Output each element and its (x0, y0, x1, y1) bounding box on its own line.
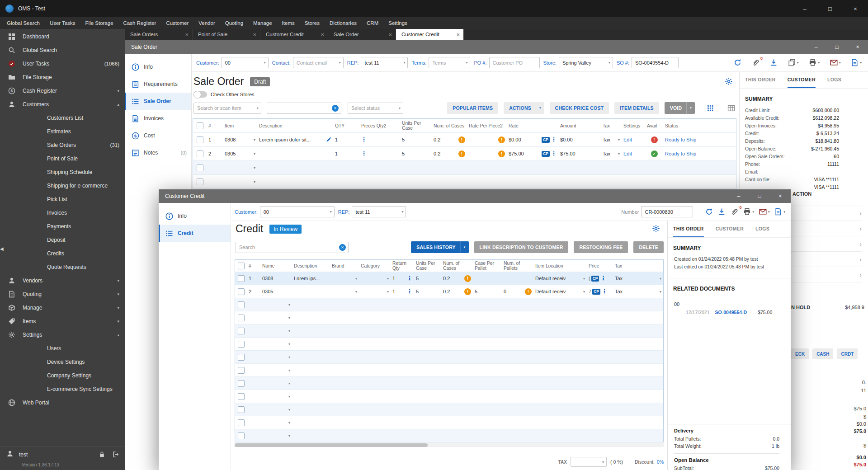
field-customer-select[interactable]: 00▾ (222, 57, 269, 68)
sidebar-item-company-settings[interactable]: Company Settings (0, 369, 125, 382)
chevron-down-icon[interactable]: ▾ (686, 102, 695, 114)
sidebar-item-quote-requests[interactable]: Quote Requests (0, 260, 125, 274)
so-close-button[interactable]: × (847, 40, 868, 54)
button-actions[interactable]: ACTIONS▾ (504, 102, 544, 114)
attach-icon[interactable]: 0 (731, 208, 738, 216)
horizontal-scrollbar[interactable] (235, 443, 664, 447)
lock-icon[interactable] (99, 451, 105, 458)
action-row[interactable]: › (791, 221, 862, 236)
row-checkbox[interactable] (197, 164, 203, 171)
nav-item-info[interactable]: Info (125, 58, 191, 75)
credit-search-input[interactable] (236, 242, 349, 253)
name-select-cell[interactable]: ▾ (260, 434, 292, 438)
row-checkbox[interactable] (238, 328, 245, 334)
row-checkbox[interactable] (238, 419, 245, 426)
menu-item-user-tasks[interactable]: User Tasks (45, 17, 80, 29)
item-search-type-select[interactable]: Search or scan item▾ (193, 103, 261, 114)
search-input[interactable] (267, 103, 341, 114)
row-checkbox[interactable] (238, 393, 245, 400)
pay-button-crdt[interactable]: CRDT (837, 348, 858, 359)
sidebar-item-pick-list[interactable]: Pick List (0, 193, 125, 206)
sidebar-item-estimates[interactable]: Estimates (0, 125, 125, 138)
brand-select-cell[interactable]: ▾ (330, 277, 359, 281)
sidebar-item-payments[interactable]: Payments (0, 220, 125, 233)
field-rep-select[interactable]: test 11▾ (361, 57, 408, 68)
sidebar-item-cash-register[interactable]: $Cash Register▾ (0, 84, 125, 98)
table-columns-icon[interactable] (726, 103, 736, 113)
so-minimize-button[interactable]: – (806, 40, 826, 54)
sidebar-item-shipping-for-e-commerce[interactable]: Shipping for e-commerce (0, 179, 125, 193)
download-icon[interactable] (770, 59, 778, 66)
cc-close-button[interactable]: × (770, 189, 791, 203)
button-restocking-fee[interactable]: RESTOCKING FEE (574, 241, 628, 253)
action-row[interactable]: › (791, 206, 862, 221)
name-select-cell[interactable]: ▾ (260, 303, 292, 307)
sidebar-item-web-portal[interactable]: Web Portal (0, 396, 125, 409)
sidebar-item-vendors[interactable]: Vendors▾ (0, 274, 125, 287)
print-icon[interactable]: ▾ (809, 59, 820, 66)
mail-icon[interactable]: ▾ (759, 208, 770, 216)
action-row[interactable]: › (791, 252, 862, 267)
clear-search-icon[interactable]: × (332, 105, 339, 112)
status-filter-select[interactable]: Select status▾ (348, 103, 403, 114)
copy-icon[interactable]: ▾ (788, 59, 799, 66)
category-select-cell[interactable]: ▾ (359, 277, 391, 281)
cp-badge[interactable]: CP (592, 289, 600, 295)
menu-item-customer[interactable]: Customer (161, 17, 193, 29)
related-doc-link[interactable]: SO-0049554-D (715, 310, 747, 315)
menu-item-global-search[interactable]: Global Search (2, 17, 45, 29)
panel-tab-customer[interactable]: CUSTOMER (716, 221, 744, 237)
menu-item-crm[interactable]: CRM (362, 17, 383, 29)
close-icon[interactable]: × (388, 31, 392, 38)
sidebar-item-global-search[interactable]: Global Search (0, 43, 125, 57)
item-location-select-cell[interactable]: Default receiv▾ (533, 289, 587, 294)
pay-button-eck[interactable]: ECK (791, 348, 809, 359)
sidebar-item-point-of-sale[interactable]: Point of Sale (0, 152, 125, 165)
panel-tab-this-order[interactable]: THIS ORDER (745, 72, 776, 88)
field-contact-select[interactable]: Contact email▾ (293, 57, 344, 68)
sidebar-item-deposit[interactable]: Deposit (0, 233, 125, 247)
panel-tab-logs[interactable]: LOGS (755, 221, 769, 237)
menu-item-dictionaries[interactable]: Dictionaries (325, 17, 362, 29)
tab-customer-credit-4[interactable]: Customer Credit× (396, 29, 464, 40)
name-select-cell[interactable]: ▾ (260, 329, 292, 333)
name-select-cell[interactable]: ▾ (260, 342, 292, 346)
logout-icon[interactable] (113, 451, 119, 458)
cp-badge[interactable]: CP (591, 276, 599, 282)
field-so-input[interactable] (632, 57, 679, 68)
name-select-cell[interactable]: ▾ (260, 408, 292, 412)
mail-icon[interactable]: ▾ (830, 59, 841, 66)
tab-customer-credit-2[interactable]: Customer Credit× (260, 29, 328, 40)
discount-value[interactable]: 0% (657, 459, 664, 465)
settings-cell[interactable]: Edit (622, 137, 645, 142)
name-select-cell[interactable]: ▾ (260, 355, 292, 359)
tax-select-cell[interactable]: Tax▾ (613, 289, 663, 294)
price-menu-icon[interactable]: ⋮ (602, 288, 607, 295)
button-link-description-to-customer[interactable]: LINK DESCRIPTION TO CUSTOMER (474, 241, 569, 253)
field-po-input[interactable] (489, 57, 540, 68)
select-all-checkbox[interactable] (197, 122, 203, 129)
row-checkbox[interactable] (238, 341, 245, 348)
cp-badge[interactable]: CP (542, 151, 550, 157)
close-icon[interactable]: × (456, 31, 460, 38)
app-close-button[interactable]: × (843, 0, 868, 17)
menu-item-settings[interactable]: Settings (383, 17, 412, 29)
row-checkbox[interactable] (238, 367, 245, 374)
row-checkbox[interactable] (238, 354, 245, 361)
attach-icon[interactable]: 0 (752, 59, 760, 66)
chevron-down-icon[interactable]: ▾ (536, 102, 544, 114)
sidebar-item-shipping-schedule[interactable]: Shipping Schedule (0, 165, 125, 179)
chevron-down-icon[interactable]: ▾ (460, 241, 469, 253)
name-select-cell[interactable]: ▾ (260, 381, 292, 385)
menu-item-manage[interactable]: Manage (248, 17, 277, 29)
sidebar-item-invoices[interactable]: Invoices (0, 206, 125, 220)
nav-item-cost[interactable]: $Cost (125, 127, 191, 144)
tab-point-of-sale-1[interactable]: Point of Sale× (193, 29, 260, 40)
close-icon[interactable]: × (185, 31, 189, 38)
settings-cell[interactable]: Edit (622, 151, 645, 156)
sidebar-item-file-storage[interactable]: File Storage (0, 70, 125, 84)
row-checkbox[interactable] (238, 315, 245, 321)
name-select-cell[interactable]: ▾ (260, 421, 292, 425)
description-cell[interactable]: Lorem ipsum dolor sit... (257, 137, 333, 142)
item-location-select-cell[interactable]: Default receiv▾ (533, 276, 587, 281)
